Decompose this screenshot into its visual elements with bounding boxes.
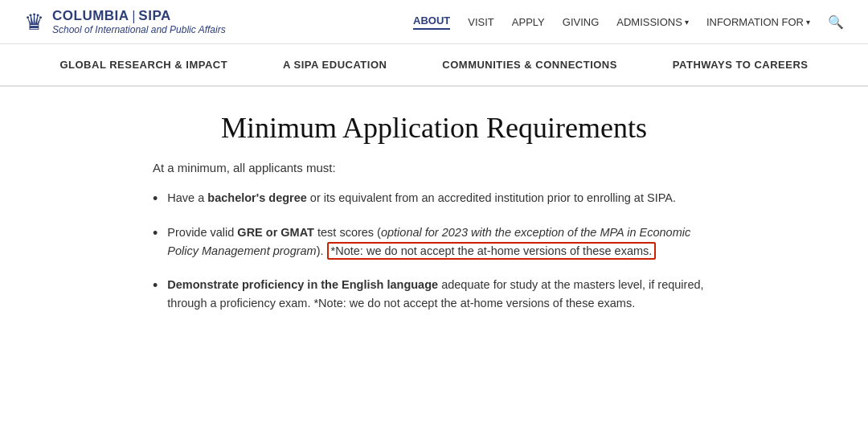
secondary-nav: GLOBAL RESEARCH & IMPACT A SIPA EDUCATIO…: [0, 44, 868, 87]
secondary-nav-sipa-education[interactable]: A SIPA EDUCATION: [283, 59, 387, 71]
requirement-gre-text: Provide valid GRE or GMAT test scores (o…: [167, 224, 715, 260]
nav-about[interactable]: ABOUT: [413, 14, 450, 30]
main-content: Minimum Application Requirements At a mi…: [121, 87, 747, 359]
secondary-nav-communities[interactable]: COMMUNITIES & CONNECTIONS: [442, 59, 617, 71]
requirement-gre: • Provide valid GRE or GMAT test scores …: [153, 224, 715, 260]
requirement-english: • Demonstrate proficiency in the English…: [153, 276, 715, 313]
requirement-english-text: Demonstrate proficiency in the English l…: [167, 276, 715, 313]
crown-icon: ♛: [24, 9, 44, 35]
nav-information-dropdown[interactable]: INFORMATION FOR ▾: [706, 16, 810, 28]
admissions-chevron-icon: ▾: [685, 18, 689, 27]
top-nav: ♛ COLUMBIA | SIPA School of Internationa…: [0, 0, 868, 44]
nav-giving[interactable]: GIVING: [563, 16, 600, 28]
logo-org: SIPA: [138, 8, 170, 24]
search-icon: 🔍: [828, 15, 844, 29]
information-chevron-icon: ▾: [806, 18, 810, 27]
requirement-bachelor-text: Have a bachelor's degree or its equivale…: [167, 189, 715, 207]
page-title: Minimum Application Requirements: [153, 111, 715, 145]
secondary-nav-pathways[interactable]: PATHWAYS TO CAREERS: [673, 59, 809, 71]
nav-visit[interactable]: VISIT: [468, 16, 494, 28]
intro-text: At a minimum, all applicants must:: [153, 161, 715, 174]
bullet-icon-3: •: [153, 276, 158, 296]
bullet-icon-2: •: [153, 224, 158, 244]
logo-divider: |: [133, 8, 136, 24]
logo-subtitle: School of International and Public Affai…: [52, 24, 226, 35]
secondary-nav-global-research[interactable]: GLOBAL RESEARCH & IMPACT: [59, 59, 227, 71]
logo-area: ♛ COLUMBIA | SIPA School of Internationa…: [24, 8, 226, 35]
logo-text: COLUMBIA | SIPA School of International …: [52, 8, 226, 35]
english-bold: Demonstrate proficiency in the English l…: [167, 278, 438, 291]
nav-admissions-dropdown[interactable]: ADMISSIONS ▾: [616, 16, 689, 28]
requirement-bachelor: • Have a bachelor's degree or its equiva…: [153, 189, 715, 209]
logo-brand: COLUMBIA: [52, 8, 129, 24]
bullet-icon: •: [153, 189, 158, 209]
gre-bold: GRE or GMAT: [237, 226, 314, 239]
top-nav-links: ABOUT VISIT APPLY GIVING ADMISSIONS ▾ IN…: [413, 14, 844, 30]
nav-apply[interactable]: APPLY: [512, 16, 545, 28]
search-button[interactable]: 🔍: [828, 14, 844, 30]
bachelor-bold: bachelor's degree: [207, 191, 307, 204]
requirements-list: • Have a bachelor's degree or its equiva…: [153, 189, 715, 313]
gre-at-home-note: *Note: we do not accept the at-home vers…: [327, 242, 657, 260]
